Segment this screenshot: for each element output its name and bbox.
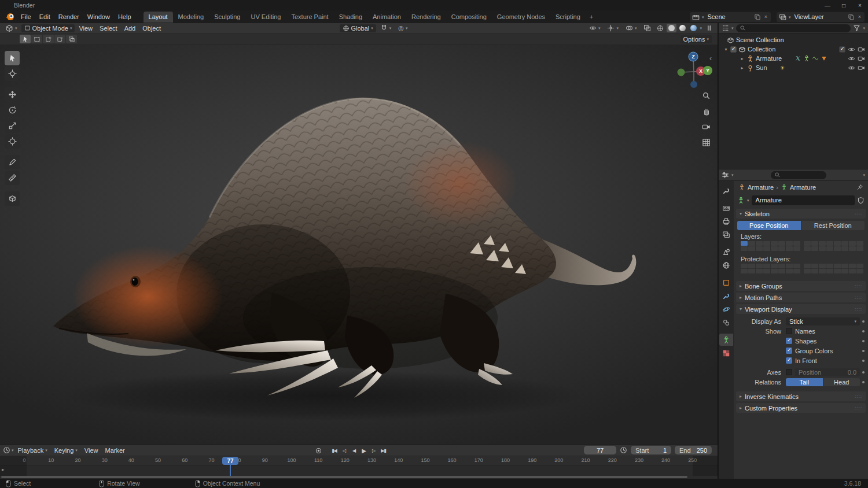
layer-toggle[interactable]	[793, 264, 800, 268]
overlays-dropdown[interactable]: ▾	[623, 24, 640, 32]
layer-toggle[interactable]	[849, 246, 856, 251]
tool-transform[interactable]	[5, 134, 20, 149]
layer-toggle[interactable]	[786, 241, 793, 246]
layer-toggle[interactable]	[856, 241, 863, 246]
jump-to-start-button[interactable]: ▮◀	[330, 446, 339, 455]
pin-icon[interactable]	[856, 184, 863, 191]
menu-edit[interactable]: Edit	[35, 12, 54, 21]
menu-window[interactable]: Window	[83, 12, 114, 21]
id-type-icon[interactable]	[737, 197, 745, 204]
timeline-scrollbar[interactable]	[1, 476, 687, 478]
gizmo-x-label[interactable]: X	[699, 68, 703, 74]
layer-toggle[interactable]	[793, 241, 800, 246]
tab-view-layer[interactable]	[719, 228, 733, 241]
layer-toggle[interactable]	[856, 269, 863, 273]
layer-toggle[interactable]	[819, 269, 826, 273]
scene-icon[interactable]	[692, 13, 700, 21]
layer-toggle[interactable]	[763, 241, 770, 246]
armature-pose-badge-icon[interactable]	[795, 55, 801, 62]
layer-toggle[interactable]	[834, 264, 841, 268]
collection-expander[interactable]: ▾	[723, 47, 729, 52]
animate-dot[interactable]	[862, 360, 865, 362]
id-name-field[interactable]: Armature	[752, 195, 855, 205]
layer-toggle[interactable]	[826, 241, 833, 246]
layer-toggle[interactable]	[819, 264, 826, 268]
layer-toggle[interactable]	[778, 269, 785, 273]
layer-toggle[interactable]	[841, 269, 848, 273]
layer-toggle[interactable]	[834, 241, 841, 246]
pause-preview-button[interactable]	[703, 24, 715, 32]
layer-toggle[interactable]	[778, 264, 785, 268]
properties-search[interactable]	[771, 171, 826, 179]
tab-world[interactable]	[719, 259, 733, 271]
layer-toggle[interactable]	[778, 241, 785, 246]
gizmo-y-label[interactable]: Y	[706, 68, 709, 73]
layer-toggle[interactable]	[756, 269, 763, 273]
breadcrumb-object[interactable]: Armature	[748, 184, 774, 191]
layer-toggle[interactable]	[756, 241, 763, 246]
tool-scale[interactable]	[5, 119, 20, 133]
layer-toggle[interactable]	[771, 241, 778, 246]
layer-toggle[interactable]	[804, 246, 811, 251]
shading-material-button[interactable]	[678, 24, 687, 32]
layer-toggle[interactable]	[763, 269, 770, 273]
viewport-3d[interactable]: Z X Y ‹	[0, 45, 718, 444]
camera-view-button[interactable]	[700, 120, 712, 133]
workspace-tab-layout[interactable]: Layout	[144, 12, 173, 23]
next-keyframe-button[interactable]: ▷	[369, 446, 378, 455]
start-frame-field[interactable]: Start1	[631, 446, 671, 454]
properties-editor-caret[interactable]: ▾	[731, 173, 734, 177]
scene-browse-caret[interactable]: ▾	[702, 15, 704, 19]
select-mode-new[interactable]	[31, 35, 42, 43]
sun-hide-eye-icon[interactable]	[848, 64, 855, 72]
fake-user-shield-icon[interactable]	[857, 197, 865, 204]
armature-data-badge-icon[interactable]	[803, 55, 810, 62]
properties-options-caret[interactable]: ▾	[863, 173, 865, 177]
menu-help[interactable]: Help	[114, 12, 135, 21]
viewlayer-browse-caret[interactable]: ▾	[789, 15, 791, 19]
tab-object[interactable]	[719, 276, 733, 289]
new-scene-icon[interactable]	[754, 13, 761, 20]
layer-toggle[interactable]	[748, 241, 755, 246]
gizmo-z-label[interactable]: Z	[692, 54, 694, 60]
workspace-tab-shading[interactable]: Shading	[334, 12, 367, 23]
playhead[interactable]: 77	[222, 457, 238, 465]
menu-add[interactable]: Add	[122, 24, 139, 32]
animate-dot[interactable]	[862, 320, 865, 323]
layer-toggle[interactable]	[748, 246, 755, 251]
armature-hide-eye-icon[interactable]	[848, 55, 855, 62]
panel-viewport-display-header[interactable]: ▾ Viewport Display ::::	[736, 304, 866, 314]
pan-button[interactable]	[700, 105, 712, 117]
collection-checkbox[interactable]	[730, 46, 737, 53]
workspace-tab-uv-editing[interactable]: UV Editing	[245, 12, 286, 23]
layer-toggle[interactable]	[819, 246, 826, 251]
shading-solid-button[interactable]	[667, 24, 676, 32]
tool-select-box[interactable]	[5, 51, 20, 65]
preview-range-clock-icon[interactable]	[620, 446, 627, 454]
tab-scene[interactable]	[719, 246, 733, 258]
layer-toggle[interactable]	[756, 264, 763, 268]
layer-toggle[interactable]	[763, 264, 770, 268]
layer-toggle[interactable]	[748, 269, 755, 273]
in-front-checkbox[interactable]	[786, 357, 792, 364]
outliner-row-scene-collection[interactable]: Scene Collection	[719, 35, 868, 45]
layer-toggle[interactable]	[811, 264, 818, 268]
shapes-checkbox[interactable]	[786, 338, 792, 344]
animate-dot[interactable]	[862, 371, 865, 374]
layer-toggle[interactable]	[741, 269, 748, 273]
menu-object[interactable]: Object	[139, 24, 164, 32]
layer-toggle[interactable]	[748, 264, 755, 268]
menu-select[interactable]: Select	[97, 24, 120, 32]
new-viewlayer-icon[interactable]	[848, 13, 855, 20]
outliner-editor-caret[interactable]: ▾	[731, 26, 734, 30]
armature-modifier-badge-icon[interactable]	[821, 55, 827, 62]
panel-inverse-kinematics-header[interactable]: ▸ Inverse Kinematics ::::	[736, 391, 866, 401]
tool-annotate[interactable]	[5, 155, 20, 169]
proportional-caret[interactable]: ▾	[406, 26, 408, 30]
menu-view[interactable]: View	[76, 24, 95, 32]
outliner-row-sun[interactable]: ▸ Sun ☀	[719, 63, 868, 72]
workspace-tab-geometry-nodes[interactable]: Geometry Nodes	[492, 12, 550, 23]
zoom-button[interactable]	[700, 89, 712, 102]
menu-render[interactable]: Render	[54, 12, 83, 21]
blender-logo-icon[interactable]	[5, 12, 14, 21]
